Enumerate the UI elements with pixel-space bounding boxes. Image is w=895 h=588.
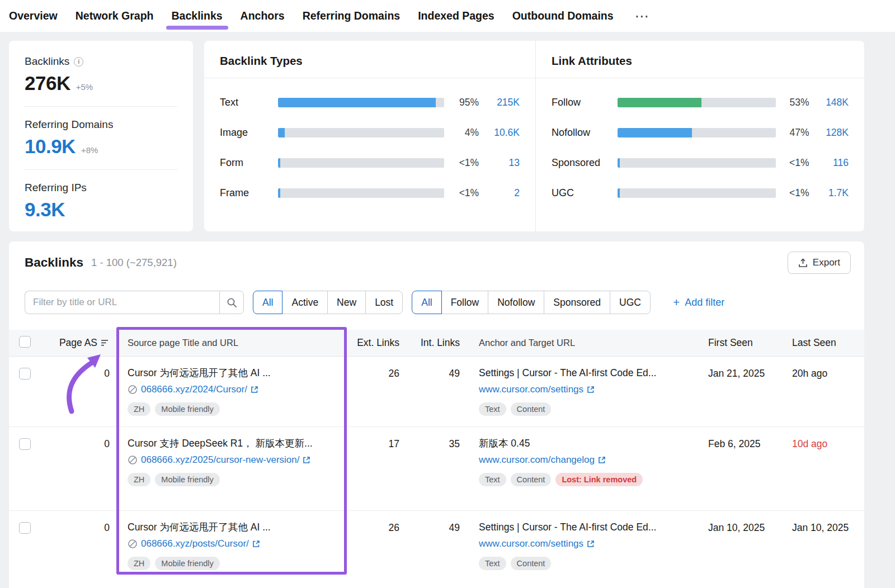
target-url-link[interactable]: www.cursor.com/settings: [479, 537, 583, 551]
source-url-link[interactable]: 068666.xyz/2024/Cursor/: [141, 383, 247, 397]
bar-fill: [278, 98, 436, 107]
select-all-checkbox[interactable]: [19, 336, 31, 348]
column-source[interactable]: Source page Title and URL: [110, 338, 345, 348]
filter-status-active[interactable]: Active: [282, 291, 328, 314]
bar-percent: 95%: [444, 97, 479, 108]
external-link-icon[interactable]: [598, 456, 606, 464]
info-icon[interactable]: i: [74, 57, 83, 67]
column-last-seen[interactable]: Last Seen: [792, 337, 864, 349]
column-page-as[interactable]: Page AS: [43, 337, 110, 349]
external-link-icon[interactable]: [303, 456, 310, 464]
no-favicon-icon: [128, 539, 138, 549]
external-link-icon[interactable]: [252, 540, 260, 548]
filter-type-sponsored[interactable]: Sponsored: [544, 291, 610, 314]
anchor-type-tag: Text: [479, 473, 506, 486]
metric-delta: +8%: [81, 145, 98, 155]
search-input[interactable]: [25, 291, 219, 314]
column-ext-links[interactable]: Ext. Links: [345, 337, 399, 349]
metrics-card: Backlinks i 276K +5% Referring Domains 1…: [9, 41, 193, 231]
filter-status-lost[interactable]: Lost: [365, 291, 403, 314]
source-url-link[interactable]: 068666.xyz/2025/cursor-new-version/: [141, 453, 299, 467]
external-link-icon[interactable]: [587, 540, 595, 548]
first-seen-value: Jan 10, 2025: [708, 511, 792, 588]
filter-status-new[interactable]: New: [327, 291, 366, 314]
filter-status-all[interactable]: All: [253, 291, 282, 314]
bar-percent: 47%: [776, 127, 809, 139]
anchor-cell: Settings | Cursor - The AI-first Code Ed…: [460, 511, 708, 588]
table-header-row: Page AS Source page Title and URL Ext. L…: [9, 330, 864, 357]
anchor-type-tag: Text: [479, 557, 506, 570]
source-title: Cursor 为何远远甩开了其他 AI ...: [128, 366, 345, 380]
bar-fill: [278, 188, 280, 198]
bar-value-link[interactable]: 13: [479, 157, 520, 169]
bar-value-link[interactable]: 128K: [809, 127, 849, 139]
top-nav: Overview Network Graph Backlinks Anchors…: [0, 0, 895, 32]
row-checkbox[interactable]: [19, 522, 31, 534]
bar-label: UGC: [552, 187, 618, 199]
add-filter-button[interactable]: + Add filter: [673, 297, 724, 309]
filter-type-follow[interactable]: Follow: [441, 291, 489, 314]
bar-row: Frame <1% 2: [220, 178, 520, 208]
metric-backlinks: Backlinks i 276K +5%: [25, 55, 177, 94]
tab-indexed-pages[interactable]: Indexed Pages: [418, 10, 494, 22]
filter-type-ugc[interactable]: UGC: [610, 291, 651, 314]
metric-delta: +5%: [76, 82, 93, 92]
row-checkbox[interactable]: [19, 438, 31, 450]
column-anchor[interactable]: Anchor and Target URL: [460, 338, 708, 348]
divider: [25, 169, 177, 170]
tab-overview[interactable]: Overview: [9, 10, 58, 22]
metric-value[interactable]: 10.9K: [25, 135, 76, 158]
external-link-icon[interactable]: [251, 386, 258, 393]
column-int-links[interactable]: Int. Links: [399, 337, 460, 349]
ext-links-value: 17: [345, 427, 399, 510]
metric-label: Backlinks: [25, 55, 69, 68]
bar-label: Form: [220, 157, 278, 169]
search-button[interactable]: [219, 291, 244, 314]
int-links-value: 35: [399, 427, 460, 510]
first-seen-value: Feb 6, 2025: [708, 427, 792, 510]
tab-network-graph[interactable]: Network Graph: [76, 10, 154, 22]
status-filter-group: All Active New Lost: [253, 291, 403, 314]
metric-label: Referring Domains: [25, 118, 113, 131]
bar-value-link[interactable]: 1.7K: [809, 187, 849, 199]
anchor-type-tag: Text: [479, 402, 506, 416]
row-checkbox[interactable]: [19, 368, 31, 380]
target-url-link[interactable]: www.cursor.com/settings: [479, 383, 583, 397]
tab-anchors[interactable]: Anchors: [241, 10, 285, 22]
page-as-value: 0: [43, 511, 110, 588]
more-icon[interactable]: ⋯: [632, 11, 653, 22]
column-first-seen[interactable]: First Seen: [708, 337, 792, 349]
bar-value-link[interactable]: 116: [809, 157, 849, 169]
source-url-link[interactable]: 068666.xyz/posts/Cursor/: [141, 537, 249, 551]
metric-value[interactable]: 9.3K: [25, 198, 65, 221]
filter-type-all[interactable]: All: [412, 291, 441, 314]
bar-value-link[interactable]: 10.6K: [479, 127, 520, 139]
tab-outbound-domains[interactable]: Outbound Domains: [512, 10, 614, 22]
bar-percent: <1%: [776, 157, 809, 169]
tab-backlinks[interactable]: Backlinks: [172, 10, 223, 22]
tab-referring-domains[interactable]: Referring Domains: [303, 10, 400, 22]
target-url-link[interactable]: www.cursor.com/changelog: [479, 453, 595, 467]
bar-fill: [618, 98, 701, 107]
metric-value: 276K: [25, 72, 70, 94]
page-as-value: 0: [43, 427, 110, 510]
bar-percent: 4%: [444, 127, 479, 139]
filter-type-nofollow[interactable]: Nofollow: [488, 291, 544, 314]
export-button[interactable]: Export: [788, 252, 851, 274]
sort-icon[interactable]: [101, 339, 110, 347]
bar-value-link[interactable]: 2: [479, 187, 520, 199]
add-filter-label: Add filter: [685, 297, 724, 309]
source-cell: Cursor 为何远远甩开了其他 AI ... 068666.xyz/posts…: [110, 511, 345, 588]
export-icon: [798, 258, 808, 268]
bar-label: Follow: [552, 97, 618, 108]
ext-links-value: 26: [345, 357, 399, 426]
metric-referring-ips: Referring IPs 9.3K: [25, 182, 177, 221]
metric-referring-domains: Referring Domains 10.9K +8%: [25, 118, 177, 158]
bar-fill: [618, 158, 620, 168]
external-link-icon[interactable]: [587, 386, 595, 393]
lost-badge: Lost: Link removed: [555, 473, 643, 486]
last-seen-value: Jan 10, 2025: [792, 511, 864, 588]
bar-value-link[interactable]: 148K: [809, 97, 849, 108]
bar-value-link[interactable]: 215K: [479, 97, 520, 108]
first-seen-value: Jan 21, 2025: [708, 357, 792, 426]
